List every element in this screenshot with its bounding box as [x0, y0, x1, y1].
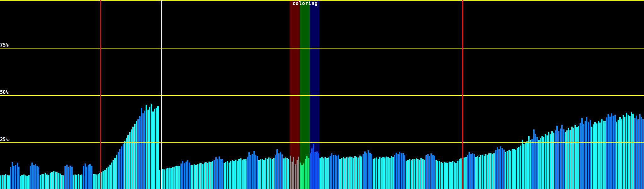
bar [242, 160, 243, 189]
bar [25, 175, 26, 189]
bar [503, 150, 505, 189]
bar [599, 123, 601, 189]
bar [349, 157, 351, 189]
bar [298, 157, 299, 189]
bar [469, 152, 470, 189]
bar [53, 171, 54, 189]
bar [484, 156, 485, 189]
bar [177, 166, 178, 189]
bar [611, 113, 612, 189]
bar [189, 163, 190, 189]
bar [174, 167, 175, 189]
bar [280, 152, 281, 189]
bar [205, 162, 207, 189]
bar [202, 164, 203, 189]
bar [222, 159, 223, 189]
bar [485, 154, 486, 189]
bar [425, 155, 427, 189]
bar [441, 162, 442, 189]
bar [540, 138, 541, 189]
bar [452, 161, 453, 189]
bar [179, 166, 180, 189]
bar [525, 142, 526, 189]
bar [230, 161, 231, 189]
bar [497, 147, 498, 189]
bar [161, 169, 162, 189]
bar [80, 175, 81, 189]
bar [472, 153, 473, 189]
bar [60, 174, 61, 189]
bar [575, 125, 576, 189]
bar [104, 170, 106, 189]
bar [94, 174, 96, 189]
bar [338, 155, 339, 189]
bar [631, 112, 632, 189]
bar [341, 158, 342, 189]
bar [642, 119, 644, 189]
bar [609, 117, 611, 189]
bar [58, 173, 59, 189]
bar [482, 155, 483, 189]
bar [391, 156, 392, 189]
bar [430, 153, 432, 189]
bar [512, 149, 513, 189]
bar [232, 160, 233, 189]
bar [580, 123, 581, 189]
bar [313, 144, 314, 189]
coloring-label: coloring [292, 1, 318, 6]
bar [558, 131, 559, 189]
bar [88, 165, 89, 189]
bar [474, 154, 475, 189]
bar [238, 159, 240, 189]
bar [42, 174, 43, 189]
bar [305, 159, 306, 189]
bar [12, 162, 13, 189]
bar [480, 155, 481, 189]
bar [518, 147, 519, 189]
bar [508, 150, 510, 189]
bar [601, 119, 602, 189]
bar [492, 154, 493, 189]
bar [488, 153, 490, 189]
bar [114, 158, 115, 189]
bar [147, 110, 149, 189]
bar [465, 157, 467, 189]
bar [417, 159, 419, 189]
bar [7, 175, 8, 189]
bar [263, 160, 264, 189]
bar [136, 121, 137, 189]
bar [268, 158, 269, 189]
bar [76, 175, 77, 189]
bar [220, 159, 221, 189]
bar [255, 155, 256, 189]
bar [151, 104, 152, 189]
bar [310, 153, 311, 189]
bar [363, 154, 364, 189]
bar [243, 159, 245, 189]
bar [293, 157, 294, 189]
bar [43, 174, 44, 189]
bar [447, 163, 448, 189]
bar [3, 175, 5, 189]
bar [550, 134, 551, 189]
bar [593, 124, 594, 189]
bar [175, 166, 177, 189]
bar [170, 168, 172, 189]
bar [252, 154, 253, 189]
bar [291, 162, 293, 189]
bar [33, 165, 34, 189]
bar [50, 173, 51, 189]
bar [36, 166, 38, 189]
bar [378, 159, 379, 189]
bar [182, 161, 183, 189]
bar [449, 162, 450, 189]
bar [192, 165, 193, 189]
bar [603, 121, 604, 189]
bar [561, 125, 563, 189]
bar [101, 172, 102, 189]
bar [523, 144, 525, 189]
bar [419, 160, 420, 189]
bar [566, 130, 568, 189]
bar [387, 157, 389, 189]
bar [356, 157, 357, 189]
